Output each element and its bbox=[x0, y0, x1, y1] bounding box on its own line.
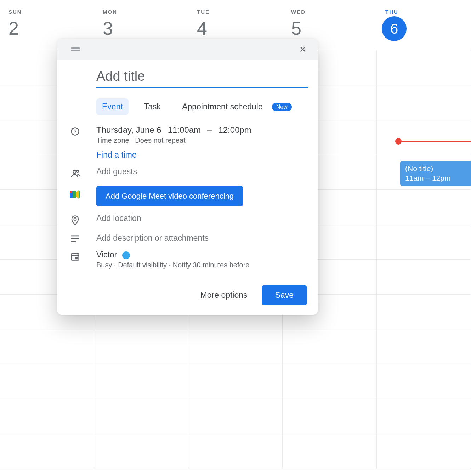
close-button[interactable] bbox=[296, 43, 309, 56]
day-label: MON bbox=[103, 9, 188, 15]
clock-icon bbox=[70, 126, 80, 136]
repeat-link[interactable]: Does not repeat bbox=[135, 136, 185, 144]
event-chip-time: 11am – 12pm bbox=[405, 173, 466, 183]
description-placeholder: Add description or attachments bbox=[96, 233, 209, 243]
event-chip-title: (No title) bbox=[405, 164, 466, 173]
dialog-titlebar bbox=[57, 39, 318, 60]
event-end-time[interactable]: 12:00pm bbox=[218, 125, 251, 135]
drag-handle-icon[interactable] bbox=[71, 47, 80, 51]
time-row[interactable]: Thursday, June 6 11:00am – 12:00pm Time … bbox=[68, 125, 307, 144]
people-icon bbox=[70, 168, 81, 179]
svg-marker-6 bbox=[79, 190, 80, 199]
calendar-icon bbox=[70, 251, 80, 261]
dialog-footer: More options Save bbox=[57, 283, 318, 315]
svg-point-1 bbox=[73, 170, 76, 174]
create-event-dialog: Event Task Appointment schedule New Thur… bbox=[57, 39, 318, 315]
guests-row[interactable]: Add guests bbox=[68, 167, 307, 179]
day-label: SUN bbox=[8, 9, 94, 15]
svg-marker-5 bbox=[76, 190, 79, 199]
close-icon bbox=[299, 45, 307, 53]
find-time-link[interactable]: Find a time bbox=[96, 150, 137, 159]
notification-setting[interactable]: Notify 30 minutes before bbox=[173, 261, 250, 269]
day-col-thu[interactable]: THU 6 bbox=[377, 0, 471, 50]
hour-row[interactable] bbox=[0, 364, 471, 400]
day-number: 2 bbox=[8, 18, 19, 39]
save-button[interactable]: Save bbox=[262, 285, 307, 305]
day-label: WED bbox=[291, 9, 377, 15]
new-badge: New bbox=[272, 103, 292, 111]
now-indicator-line bbox=[400, 141, 471, 142]
day-number: 3 bbox=[103, 18, 113, 39]
day-number: 4 bbox=[197, 18, 207, 39]
meet-row: Add Google Meet video conferencing bbox=[68, 186, 307, 206]
location-placeholder: Add location bbox=[96, 214, 141, 223]
event-type-tabs: Event Task Appointment schedule New bbox=[96, 98, 307, 115]
svg-rect-4 bbox=[73, 191, 76, 198]
day-label: TUE bbox=[197, 9, 283, 15]
location-icon bbox=[70, 215, 80, 226]
description-icon bbox=[70, 235, 80, 243]
add-meet-button[interactable]: Add Google Meet video conferencing bbox=[96, 186, 243, 206]
event-title-input[interactable] bbox=[96, 69, 308, 88]
timezone-link[interactable]: Time zone bbox=[96, 136, 129, 144]
hour-row[interactable] bbox=[0, 329, 471, 364]
svg-rect-10 bbox=[75, 257, 77, 259]
calendar-row[interactable]: Victor Busy · Default visibility · Notif… bbox=[68, 250, 307, 269]
google-meet-icon bbox=[70, 190, 80, 199]
hour-row[interactable] bbox=[0, 434, 471, 469]
svg-point-2 bbox=[76, 170, 79, 172]
svg-point-8 bbox=[74, 218, 76, 220]
day-number: 6 bbox=[382, 16, 407, 41]
day-number: 5 bbox=[291, 18, 301, 39]
hour-row[interactable] bbox=[0, 399, 471, 434]
time-dash: – bbox=[207, 125, 212, 135]
location-row[interactable]: Add location bbox=[68, 214, 307, 226]
now-indicator-dot bbox=[395, 138, 402, 144]
more-options-button[interactable]: More options bbox=[197, 286, 251, 304]
find-time-row: Find a time bbox=[68, 150, 307, 160]
calendar-owner: Victor bbox=[96, 250, 117, 259]
svg-rect-7 bbox=[70, 191, 72, 193]
tab-event[interactable]: Event bbox=[96, 98, 129, 115]
tab-task[interactable]: Task bbox=[138, 98, 166, 115]
visibility-setting[interactable]: Default visibility bbox=[118, 261, 167, 269]
tab-appointment-schedule[interactable]: Appointment schedule bbox=[176, 98, 268, 115]
event-chip[interactable]: (No title) 11am – 12pm bbox=[400, 161, 471, 186]
event-start-time[interactable]: 11:00am bbox=[168, 125, 201, 135]
description-row[interactable]: Add description or attachments bbox=[68, 233, 307, 243]
day-label: THU bbox=[385, 9, 471, 15]
availability-status[interactable]: Busy bbox=[96, 261, 112, 269]
guests-placeholder: Add guests bbox=[96, 167, 137, 176]
calendar-color-dot bbox=[122, 251, 130, 259]
event-date[interactable]: Thursday, June 6 bbox=[96, 125, 161, 135]
